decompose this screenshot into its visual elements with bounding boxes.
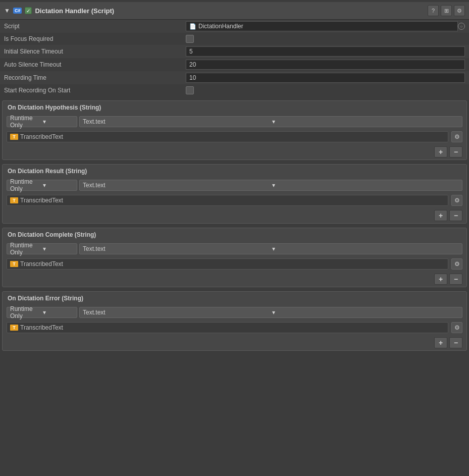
event-section-result: On Dictation Result (String) Runtime Onl… (2, 164, 467, 224)
method-label-error: Text.text (83, 309, 270, 316)
start-recording-checkbox[interactable] (186, 86, 194, 94)
method-dropdown-arrow-hypothesis: ▾ (272, 118, 459, 125)
runtime-dropdown-arrow-error: ▾ (43, 309, 74, 316)
add-listener-button-error[interactable]: + (434, 337, 447, 348)
auto-silence-timeout-value (186, 60, 465, 70)
runtime-label-hypothesis: Runtime Only (10, 115, 41, 129)
script-picker-button[interactable]: ○ (458, 23, 465, 30)
method-dropdown-complete[interactable]: Text.text ▾ (79, 243, 462, 254)
events-container: On Dictation Hypothesis (String) Runtime… (0, 100, 469, 351)
add-listener-button-hypothesis[interactable]: + (434, 146, 447, 157)
transcribed-badge-hypothesis[interactable]: T TranscribedText (7, 131, 448, 142)
event-header-complete: On Dictation Complete (String) (3, 228, 466, 241)
event-object-row-hypothesis: T TranscribedText ⚙ (3, 129, 466, 144)
t-icon-complete: T (10, 261, 18, 267)
initial-silence-timeout-row: Initial Silence Timeout (0, 45, 469, 58)
initial-silence-timeout-input[interactable] (186, 46, 465, 57)
collapse-arrow[interactable]: ▼ (4, 7, 10, 14)
script-icon: 📄 (189, 23, 196, 30)
method-label-complete: Text.text (83, 245, 270, 252)
transcribed-name-error: TranscribedText (20, 324, 63, 331)
transcribed-badge-complete[interactable]: T TranscribedText (7, 258, 448, 270)
event-controls-result: Runtime Only ▾ Text.text ▾ (3, 178, 466, 193)
gear-button-complete[interactable]: ⚙ (451, 258, 462, 270)
settings-button[interactable]: ⚙ (454, 5, 465, 16)
add-listener-button-result[interactable]: + (434, 210, 447, 221)
event-object-row-error: T TranscribedText ⚙ (3, 320, 466, 335)
gear-button-error[interactable]: ⚙ (451, 322, 462, 333)
script-name: DictationHandler (198, 23, 454, 30)
method-dropdown-arrow-result: ▾ (272, 182, 459, 189)
method-label-result: Text.text (83, 182, 270, 189)
enabled-checkbox[interactable]: ✓ (25, 7, 32, 14)
component-panel: ▼ C# ✓ Dictation Handler (Script) ? ⊞ ⚙ … (0, 0, 469, 357)
runtime-dropdown-error[interactable]: Runtime Only ▾ (7, 307, 77, 318)
runtime-label-result: Runtime Only (10, 178, 41, 192)
is-focus-required-label: Is Focus Required (4, 35, 186, 42)
runtime-dropdown-complete[interactable]: Runtime Only ▾ (7, 243, 77, 254)
method-dropdown-arrow-complete: ▾ (272, 245, 459, 252)
event-footer-hypothesis: + − (3, 144, 466, 160)
event-section-error: On Dictation Error (String) Runtime Only… (2, 291, 467, 351)
method-dropdown-result[interactable]: Text.text ▾ (79, 180, 462, 191)
component-title: Dictation Handler (Script) (35, 7, 425, 15)
layout-button[interactable]: ⊞ (441, 5, 452, 16)
auto-silence-timeout-row: Auto Silence Timeout (0, 58, 469, 71)
event-footer-complete: + − (3, 272, 466, 287)
event-header-error: On Dictation Error (String) (3, 292, 466, 305)
recording-time-label: Recording Time (4, 74, 186, 81)
remove-listener-button-error[interactable]: − (449, 337, 462, 348)
header-icons: ? ⊞ ⚙ (428, 5, 465, 16)
start-recording-row: Start Recording On Start (0, 84, 469, 96)
recording-time-row: Recording Time (0, 71, 469, 84)
t-icon-error: T (10, 325, 18, 331)
recording-time-value (186, 73, 465, 83)
method-dropdown-hypothesis[interactable]: Text.text ▾ (79, 116, 462, 127)
event-controls-hypothesis: Runtime Only ▾ Text.text ▾ (3, 114, 466, 129)
gear-button-hypothesis[interactable]: ⚙ (451, 131, 462, 142)
transcribed-badge-error[interactable]: T TranscribedText (7, 322, 448, 333)
component-header: ▼ C# ✓ Dictation Handler (Script) ? ⊞ ⚙ (0, 2, 469, 20)
initial-silence-timeout-label: Initial Silence Timeout (4, 48, 186, 55)
auto-silence-timeout-input[interactable] (186, 60, 465, 70)
is-focus-required-row: Is Focus Required (0, 33, 469, 45)
help-button[interactable]: ? (428, 5, 439, 16)
runtime-dropdown-hypothesis[interactable]: Runtime Only ▾ (7, 116, 77, 127)
remove-listener-button-result[interactable]: − (449, 210, 462, 221)
runtime-dropdown-arrow-complete: ▾ (43, 245, 74, 252)
script-field[interactable]: 📄 DictationHandler (186, 21, 458, 31)
event-object-row-result: T TranscribedText ⚙ (3, 193, 466, 208)
recording-time-input[interactable] (186, 73, 465, 83)
event-controls-complete: Runtime Only ▾ Text.text ▾ (3, 241, 466, 256)
gear-button-result[interactable]: ⚙ (451, 195, 462, 206)
method-dropdown-error[interactable]: Text.text ▾ (79, 307, 462, 318)
remove-listener-button-hypothesis[interactable]: − (449, 146, 462, 157)
event-controls-error: Runtime Only ▾ Text.text ▾ (3, 305, 466, 320)
event-footer-error: + − (3, 335, 466, 350)
t-icon-hypothesis: T (10, 134, 18, 140)
t-icon-result: T (10, 197, 18, 203)
event-footer-result: + − (3, 208, 466, 223)
script-property-row: Script 📄 DictationHandler ○ (0, 20, 469, 33)
event-object-row-complete: T TranscribedText ⚙ (3, 256, 466, 272)
csharp-badge: C# (13, 8, 22, 14)
transcribed-name-complete: TranscribedText (20, 260, 63, 268)
add-listener-button-complete[interactable]: + (434, 274, 447, 285)
event-section-complete: On Dictation Complete (String) Runtime O… (2, 228, 467, 287)
start-recording-label: Start Recording On Start (4, 87, 186, 94)
method-label-hypothesis: Text.text (83, 118, 270, 125)
remove-listener-button-complete[interactable]: − (449, 274, 462, 285)
runtime-label-complete: Runtime Only (10, 242, 41, 256)
script-label: Script (4, 23, 186, 30)
runtime-dropdown-arrow-result: ▾ (43, 182, 74, 189)
event-header-hypothesis: On Dictation Hypothesis (String) (3, 101, 466, 114)
runtime-dropdown-arrow-hypothesis: ▾ (43, 118, 74, 125)
is-focus-required-checkbox[interactable] (186, 35, 194, 43)
initial-silence-timeout-value (186, 46, 465, 57)
auto-silence-timeout-label: Auto Silence Timeout (4, 61, 186, 68)
transcribed-name-result: TranscribedText (20, 197, 63, 204)
runtime-label-error: Runtime Only (10, 305, 41, 320)
transcribed-badge-result[interactable]: T TranscribedText (7, 195, 448, 206)
transcribed-name-hypothesis: TranscribedText (20, 133, 63, 140)
runtime-dropdown-result[interactable]: Runtime Only ▾ (7, 180, 77, 191)
